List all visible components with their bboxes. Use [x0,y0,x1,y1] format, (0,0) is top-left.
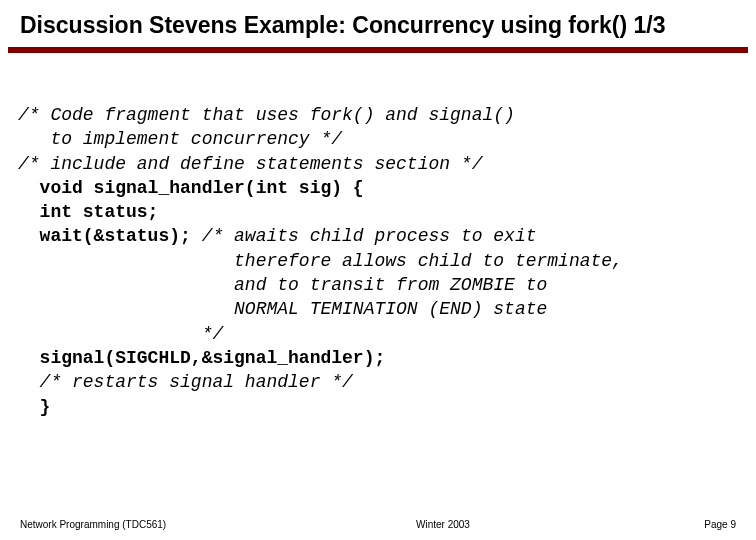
footer-course: Network Programming (TDC561) [20,519,166,530]
code-fragment: wait(&status); [18,226,202,246]
slide-title: Discussion Stevens Example: Concurrency … [0,0,756,47]
code-line: wait(&status); /* awaits child process t… [18,224,736,248]
code-line: signal(SIGCHLD,&signal_handler); [18,346,736,370]
code-line: */ [18,322,736,346]
footer-term: Winter 2003 [416,519,470,530]
code-comment: /* awaits child process to exit [202,226,537,246]
code-line: therefore allows child to terminate, [18,249,736,273]
code-line: void signal_handler(int sig) { [18,176,736,200]
code-line: and to transit from ZOMBIE to [18,273,736,297]
code-line: /* restarts signal handler */ [18,370,736,394]
code-line: /* include and define statements section… [18,152,736,176]
footer-page: Page 9 [704,519,736,530]
code-block: /* Code fragment that uses fork() and si… [0,53,756,419]
code-line: int status; [18,200,736,224]
code-line: NORMAL TEMINATION (END) state [18,297,736,321]
footer: Network Programming (TDC561) Winter 2003… [0,519,756,530]
code-line: } [18,395,736,419]
code-line: /* Code fragment that uses fork() and si… [18,103,736,127]
slide: Discussion Stevens Example: Concurrency … [0,0,756,540]
code-line: to implement concurrency */ [18,127,736,151]
